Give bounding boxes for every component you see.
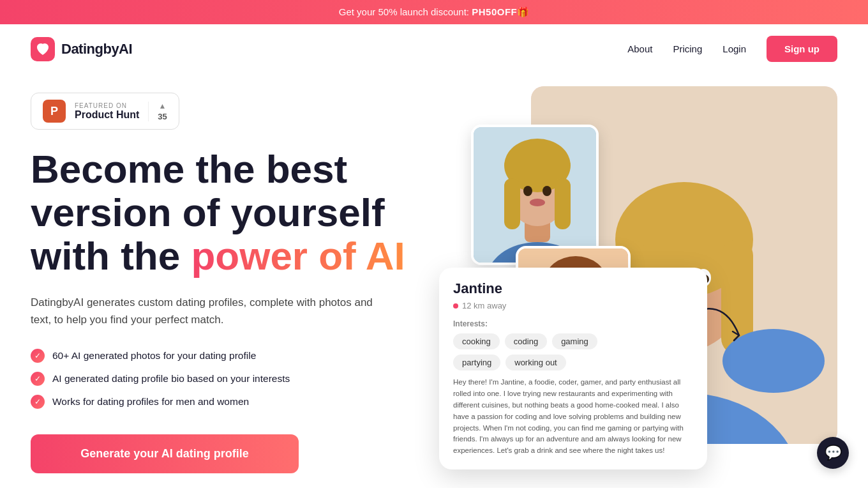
svg-point-25 bbox=[530, 199, 545, 206]
promo-banner: Get your 50% launch discount: PH50OFF🎁 bbox=[0, 0, 868, 24]
check-icon-2: ✓ bbox=[31, 372, 45, 386]
promo-code: PH50OFF bbox=[472, 6, 517, 17]
upvote-count: 35 bbox=[158, 112, 167, 121]
profile-name: Jantine bbox=[453, 280, 693, 297]
feature-text-1: 60+ AI generated photos for your dating … bbox=[52, 350, 256, 362]
interests-label: Interests: bbox=[453, 319, 693, 328]
cta-button[interactable]: Generate your AI dating profile bbox=[31, 434, 299, 473]
feature-item-3: ✓ Works for dating profiles for men and … bbox=[31, 395, 452, 409]
interest-working-out: working out bbox=[505, 355, 565, 370]
small-photo-1 bbox=[471, 125, 599, 265]
nav-pricing[interactable]: Pricing bbox=[673, 43, 702, 54]
nav-links: About Pricing Login Sign up bbox=[627, 36, 837, 62]
interests-row-1: cooking coding gaming bbox=[453, 333, 693, 349]
navbar: DatingbyAI About Pricing Login Sign up bbox=[0, 24, 868, 73]
check-icon-3: ✓ bbox=[31, 395, 45, 409]
banner-emoji: 🎁 bbox=[517, 6, 529, 17]
hero-line3-plain: with the bbox=[31, 234, 191, 278]
logo[interactable]: DatingbyAI bbox=[31, 37, 132, 61]
interest-coding: coding bbox=[505, 333, 547, 349]
check-icon-1: ✓ bbox=[31, 349, 45, 363]
featured-on-label: FEATURED ON bbox=[75, 102, 139, 109]
interest-gaming: gaming bbox=[552, 333, 597, 349]
signup-button[interactable]: Sign up bbox=[767, 36, 837, 62]
product-hunt-logo: P bbox=[43, 100, 66, 123]
chat-icon: 💬 bbox=[825, 445, 842, 461]
upvote-arrow-icon: ▲ bbox=[159, 102, 167, 111]
logo-text: DatingbyAI bbox=[61, 41, 132, 57]
nav-login[interactable]: Login bbox=[722, 43, 746, 54]
interests-row-2: partying working out bbox=[453, 355, 693, 370]
logo-icon bbox=[31, 37, 55, 61]
right-column: Jantine 12 km away Interests: cooking co… bbox=[477, 86, 837, 482]
profile-bio: Hey there! I'm Jantine, a foodie, coder,… bbox=[453, 377, 693, 457]
profile-card: Jantine 12 km away Interests: cooking co… bbox=[439, 268, 707, 469]
product-hunt-label: Product Hunt bbox=[75, 109, 139, 121]
main-content: P FEATURED ON Product Hunt ▲ 35 Become t… bbox=[0, 73, 868, 488]
interest-cooking: cooking bbox=[453, 333, 500, 349]
upvotes-section: ▲ 35 bbox=[148, 102, 167, 121]
nav-about[interactable]: About bbox=[627, 43, 652, 54]
product-hunt-text: FEATURED ON Product Hunt bbox=[75, 102, 139, 121]
hero-title: Become the best version of yourself with… bbox=[31, 148, 452, 278]
product-hunt-badge[interactable]: P FEATURED ON Product Hunt ▲ 35 bbox=[31, 93, 179, 130]
svg-rect-22 bbox=[555, 178, 571, 229]
hero-line1: Become the best bbox=[31, 147, 347, 191]
profile-location-text: 12 km away bbox=[462, 301, 506, 310]
location-dot-icon bbox=[453, 303, 458, 309]
hero-line3-gradient: power of AI bbox=[191, 234, 405, 278]
feature-item-2: ✓ AI generated dating profile bio based … bbox=[31, 372, 452, 386]
left-column: P FEATURED ON Product Hunt ▲ 35 Become t… bbox=[31, 86, 452, 473]
feature-text-3: Works for dating profiles for men and wo… bbox=[52, 396, 249, 408]
features-list: ✓ 60+ AI generated photos for your datin… bbox=[31, 349, 452, 409]
svg-rect-21 bbox=[504, 178, 520, 229]
chat-bubble-button[interactable]: 💬 bbox=[817, 437, 849, 469]
feature-item-1: ✓ 60+ AI generated photos for your datin… bbox=[31, 349, 452, 363]
banner-text-prefix: Get your 50% launch discount: bbox=[339, 6, 472, 17]
feature-text-2: AI generated dating profile bio based on… bbox=[52, 373, 290, 385]
hero-subtext: DatingbyAI generates custom dating profi… bbox=[31, 294, 388, 328]
interest-partying: partying bbox=[453, 355, 500, 370]
profile-location: 12 km away bbox=[453, 301, 693, 310]
svg-point-24 bbox=[542, 186, 551, 196]
small-photo-1-svg bbox=[474, 127, 599, 265]
hero-line2: version of yourself bbox=[31, 190, 385, 234]
svg-point-23 bbox=[523, 186, 532, 196]
